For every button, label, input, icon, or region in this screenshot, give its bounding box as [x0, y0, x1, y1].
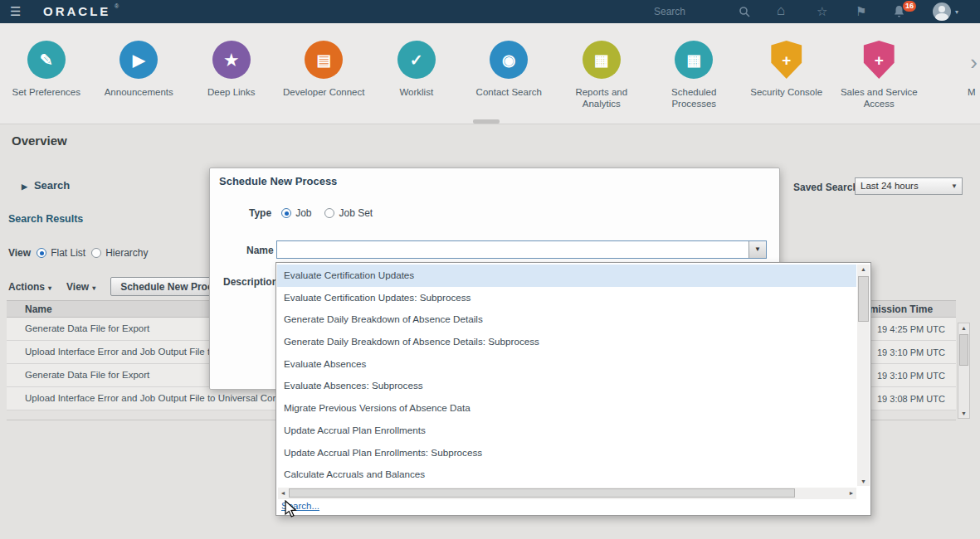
type-radio-group: Type Job Job Set: [249, 207, 373, 219]
global-header: ☰ ORACLE ® ⌂ ☆ ⚑ 16 ▾: [0, 0, 980, 23]
app-tile[interactable]: ✓ Worklist: [370, 41, 463, 124]
radio-unselected-icon: [91, 248, 101, 258]
app-label: Deep Links: [185, 86, 278, 98]
application-window: ☰ ORACLE ® ⌂ ☆ ⚑ 16 ▾ ✎ Set Preferences: [0, 0, 980, 539]
app-label: Scheduled Processes: [648, 86, 741, 110]
app-glyph-icon: ▤: [316, 52, 331, 68]
dropdown-option[interactable]: Evaluate Absences: Subprocess: [277, 375, 856, 397]
saved-search-value: Last 24 hours: [861, 181, 919, 191]
app-tile[interactable]: ▦ Reports and Analytics: [555, 41, 648, 124]
dropdown-option[interactable]: Migrate Previous Versions of Absence Dat…: [277, 397, 856, 420]
dropdown-horizontal-scrollbar[interactable]: ◄ ►: [278, 488, 856, 499]
app-tile[interactable]: ▦ Scheduled Processes: [648, 41, 741, 124]
chevron-down-icon: ▾: [92, 284, 95, 292]
app-glyph-icon: +: [782, 52, 791, 68]
scrollbar-thumb[interactable]: [289, 488, 795, 498]
app-tile[interactable]: + Sales and Service Access: [833, 41, 926, 124]
chevron-down-icon: ▾: [48, 284, 51, 292]
dropdown-option[interactable]: Evaluate Absences: [277, 353, 856, 376]
avatar[interactable]: [933, 2, 951, 21]
app-icon: ◉: [490, 41, 528, 79]
type-job-set-radio[interactable]: Job Set: [324, 207, 373, 219]
app-icon: ▦: [675, 41, 713, 79]
process-name-cell: Upload Interface Error and Job Output Fi…: [25, 393, 294, 403]
table-vertical-scrollbar[interactable]: ▲ ▼: [958, 323, 970, 419]
process-name-cell: Generate Data File for Export: [25, 323, 149, 333]
flag-icon[interactable]: ⚑: [856, 5, 866, 17]
scroll-down-icon[interactable]: ▼: [857, 478, 870, 484]
scroll-up-icon[interactable]: ▲: [857, 266, 870, 272]
view-menu[interactable]: View▾: [66, 281, 95, 293]
registered-mark: ®: [115, 3, 119, 9]
scrollbar-thumb[interactable]: [858, 276, 869, 322]
process-name-combobox[interactable]: ▼: [276, 240, 767, 259]
app-tile[interactable]: ▶ Announcements: [93, 41, 186, 124]
springboard-next-arrow-icon[interactable]: ›: [970, 50, 978, 75]
chevron-down-icon: ▼: [951, 178, 958, 194]
dropdown-option[interactable]: Calculate Accruals and Balances: [277, 464, 856, 486]
app-icon: ▶: [119, 41, 158, 79]
app-tile[interactable]: + Security Console: [740, 41, 833, 124]
search-section-toggle[interactable]: ▶Search: [22, 179, 70, 192]
process-dropdown-list: Evaluate Certification Updates Evaluate …: [277, 265, 856, 486]
home-icon[interactable]: ⌂: [777, 3, 785, 17]
app-label: Announcements: [93, 86, 186, 98]
search-icon[interactable]: [739, 6, 750, 21]
global-search-input[interactable]: [654, 2, 734, 21]
app-glyph-icon: ▦: [594, 52, 609, 68]
scroll-up-icon[interactable]: ▲: [958, 325, 969, 331]
app-tile[interactable]: ★ Deep Links: [185, 41, 278, 124]
view-hierarchy-label: Hierarchy: [105, 247, 148, 259]
global-search: [654, 2, 752, 21]
app-tile[interactable]: ▤ Developer Connect: [278, 41, 371, 124]
saved-search-select[interactable]: Last 24 hours ▼: [855, 177, 963, 195]
app-tile[interactable]: ◉ Contact Search: [463, 41, 556, 124]
app-label: Security Console: [740, 86, 833, 98]
radio-selected-icon: [281, 208, 291, 218]
app-icon: ▤: [305, 41, 343, 79]
app-label: M: [925, 86, 980, 98]
actions-menu[interactable]: Actions▾: [8, 281, 51, 293]
dropdown-option[interactable]: Generate Daily Breakdown of Absence Deta…: [277, 308, 856, 331]
dropdown-option-label: Evaluate Absences: [284, 358, 366, 369]
app-glyph-icon: ★: [224, 52, 238, 68]
scroll-down-icon[interactable]: ▼: [958, 410, 969, 416]
hamburger-menu-icon[interactable]: ☰: [10, 4, 21, 19]
scrollbar-thumb[interactable]: [959, 334, 968, 366]
springboard: ✎ Set Preferences ▶ Announcements ★ Deep…: [0, 23, 980, 124]
app-glyph-icon: ✓: [410, 52, 423, 68]
dropdown-option[interactable]: Update Accrual Plan Enrollments: Subproc…: [277, 442, 856, 464]
view-hierarchy-radio[interactable]: Hierarchy: [91, 247, 148, 259]
dropdown-option[interactable]: Generate Daily Breakdown of Absence Deta…: [277, 331, 856, 353]
dropdown-option-label: Generate Daily Breakdown of Absence Deta…: [284, 336, 539, 347]
radio-selected-icon: [37, 248, 46, 258]
app-icon: ✎: [27, 41, 66, 79]
dropdown-option-label: Calculate Accruals and Balances: [284, 469, 425, 479]
dropdown-option[interactable]: Update Accrual Plan Enrollments: [277, 420, 856, 442]
dropdown-option-label: Evaluate Certification Updates: [284, 270, 414, 280]
dropdown-option[interactable]: Evaluate Certification Updates: Subproce…: [277, 287, 856, 309]
app-icon: +: [860, 41, 898, 79]
scroll-right-icon[interactable]: ►: [846, 488, 856, 499]
dropdown-vertical-scrollbar[interactable]: ▲ ▼: [857, 265, 870, 486]
type-job-radio[interactable]: Job: [281, 207, 311, 219]
combobox-dropdown-button[interactable]: ▼: [748, 241, 766, 258]
app-label: Sales and Service Access: [833, 86, 926, 110]
dropdown-option-label: Evaluate Absences: Subprocess: [284, 380, 423, 391]
app-tile[interactable]: ✎ Set Preferences: [0, 41, 93, 124]
radio-unselected-icon: [324, 208, 334, 218]
view-flat-list-radio[interactable]: Flat List: [37, 247, 85, 259]
view-menu-label: View: [66, 281, 89, 293]
notification-count-badge: 16: [903, 1, 916, 12]
type-job-label: Job: [295, 207, 311, 219]
dropdown-option[interactable]: Evaluate Certification Updates: [277, 265, 856, 287]
process-dropdown-panel: Evaluate Certification Updates Evaluate …: [275, 262, 871, 516]
scroll-left-icon[interactable]: ◄: [278, 488, 288, 499]
dropdown-search-link[interactable]: Search...: [281, 501, 319, 511]
app-glyph-icon: ▦: [686, 52, 701, 68]
favorites-star-icon[interactable]: ☆: [817, 5, 827, 17]
description-label: Description: [223, 276, 278, 288]
app-glyph-icon: ✎: [40, 52, 53, 68]
dropdown-option-label: Generate Daily Breakdown of Absence Deta…: [284, 313, 483, 324]
app-icon: ▦: [583, 41, 621, 79]
